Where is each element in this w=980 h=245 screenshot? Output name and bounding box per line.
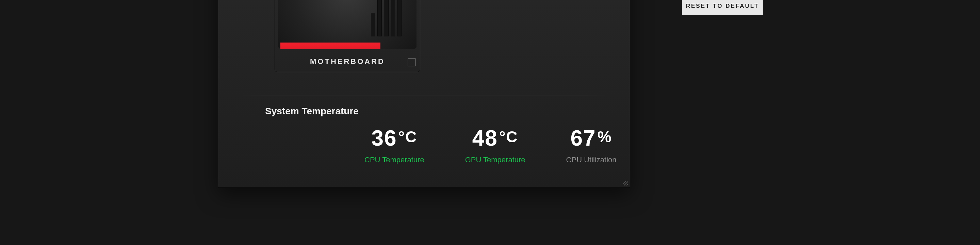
motherboard-card: MOTHERBOARD — [275, 0, 420, 72]
settings-panel: MOTHERBOARD LOW HIGH Chassis intake fan … — [218, 0, 630, 188]
motherboard-select-checkbox[interactable] — [408, 58, 416, 66]
fan-curve-chart: 100% 0% 50°C TEMPERATURE 100°C RESET TO … — [651, 0, 794, 15]
metric-unit: °C — [398, 127, 417, 146]
motherboard-label: MOTHERBOARD — [275, 51, 420, 72]
metric-unit: °C — [499, 127, 518, 146]
reset-to-default-button[interactable]: RESET TO DEFAULT — [682, 0, 763, 15]
cpu-temperature-metric: 36°C CPU Temperature — [364, 126, 424, 164]
motherboard-figure — [278, 0, 417, 49]
gpu-temperature-metric: 48°C GPU Temperature — [465, 126, 525, 164]
metric-label: CPU Temperature — [364, 156, 424, 164]
section-divider — [239, 95, 609, 96]
system-metrics: 36°C CPU Temperature 48°C GPU Temperatur… — [364, 126, 617, 164]
motherboard-slots — [371, 0, 401, 37]
metric-value: 67 — [571, 126, 596, 151]
metric-label: GPU Temperature — [465, 156, 525, 164]
cpu-utilization-metric: 67% CPU Utilization — [566, 126, 617, 164]
metric-label: CPU Utilization — [566, 156, 617, 164]
motherboard-hot-zone — [280, 43, 380, 49]
metric-unit: % — [598, 127, 612, 146]
system-temperature-heading: System Temperature — [265, 106, 359, 117]
metric-value: 48 — [472, 126, 498, 151]
metric-value: 36 — [371, 126, 397, 151]
